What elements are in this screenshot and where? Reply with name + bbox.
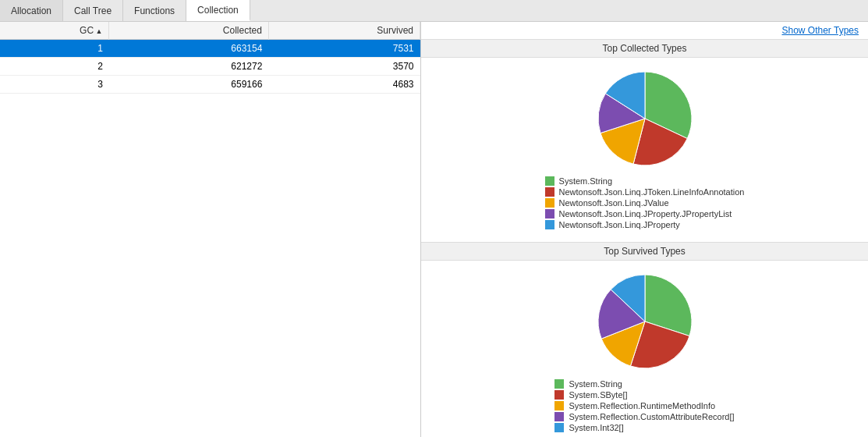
col-collected[interactable]: Collected bbox=[109, 22, 268, 40]
legend-item: System.String bbox=[554, 379, 734, 389]
top-collected-legend: System.StringNewtonsoft.Json.Linq.JToken… bbox=[530, 173, 760, 236]
tab-functions[interactable]: Functions bbox=[123, 0, 186, 21]
tab-call-tree[interactable]: Call Tree bbox=[63, 0, 123, 21]
legend-label: System.String bbox=[559, 176, 612, 186]
legend-color-swatch bbox=[545, 198, 554, 208]
legend-label: Newtonsoft.Json.Linq.JToken.LineInfoAnno… bbox=[559, 187, 745, 197]
legend-label: System.String bbox=[569, 379, 622, 389]
top-survived-pie bbox=[590, 267, 700, 376]
left-panel: GC Collected Survived 166315475312621272… bbox=[0, 22, 421, 437]
legend-color-swatch bbox=[545, 209, 554, 218]
cell-collected: 659166 bbox=[109, 76, 268, 94]
main-content: GC Collected Survived 166315475312621272… bbox=[0, 22, 868, 437]
cell-survived: 3570 bbox=[268, 58, 420, 76]
legend-item: System.Int32[] bbox=[554, 423, 734, 432]
top-collected-section: Top Collected Types System.StringNewtons… bbox=[421, 39, 868, 236]
legend-item: System.Reflection.CustomAttributeRecord[… bbox=[554, 412, 734, 421]
table-row[interactable]: 26212723570 bbox=[0, 58, 420, 76]
legend-item: Newtonsoft.Json.Linq.JProperty.JProperty… bbox=[545, 209, 745, 218]
cell-gc: 1 bbox=[0, 40, 109, 58]
top-survived-legend: System.StringSystem.SByte[]System.Reflec… bbox=[539, 376, 749, 437]
tab-collection[interactable]: Collection bbox=[186, 0, 250, 21]
cell-gc: 3 bbox=[0, 76, 109, 94]
cell-survived: 7531 bbox=[268, 40, 420, 58]
legend-item: Newtonsoft.Json.Linq.JToken.LineInfoAnno… bbox=[545, 187, 745, 197]
legend-color-swatch bbox=[554, 379, 564, 389]
legend-label: Newtonsoft.Json.Linq.JProperty.JProperty… bbox=[559, 209, 732, 218]
legend-color-swatch bbox=[554, 401, 564, 410]
legend-color-swatch bbox=[545, 176, 554, 186]
cell-survived: 4683 bbox=[268, 76, 420, 94]
legend-item: System.String bbox=[545, 176, 745, 186]
show-other-types-button[interactable]: Show Other Types bbox=[421, 22, 868, 39]
top-collected-pie bbox=[590, 64, 700, 173]
legend-item: System.SByte[] bbox=[554, 390, 734, 400]
legend-label: Newtonsoft.Json.Linq.JProperty bbox=[559, 220, 680, 229]
table-header-row: GC Collected Survived bbox=[0, 22, 420, 40]
top-collected-title: Top Collected Types bbox=[421, 39, 868, 58]
col-gc[interactable]: GC bbox=[0, 22, 109, 40]
legend-item: System.Reflection.RuntimeMethodInfo bbox=[554, 401, 734, 410]
cell-collected: 621272 bbox=[109, 58, 268, 76]
legend-label: System.SByte[] bbox=[569, 390, 627, 400]
legend-label: System.Int32[] bbox=[569, 423, 623, 432]
tab-allocation[interactable]: Allocation bbox=[0, 0, 63, 21]
table-row[interactable]: 16631547531 bbox=[0, 40, 420, 58]
legend-item: Newtonsoft.Json.Linq.JValue bbox=[545, 198, 745, 208]
legend-label: Newtonsoft.Json.Linq.JValue bbox=[559, 198, 669, 208]
top-survived-title: Top Survived Types bbox=[421, 242, 868, 261]
top-survived-section: Top Survived Types System.StringSystem.S… bbox=[421, 242, 868, 437]
cell-gc: 2 bbox=[0, 58, 109, 76]
legend-label: System.Reflection.CustomAttributeRecord[… bbox=[569, 412, 734, 421]
tab-bar: Allocation Call Tree Functions Collectio… bbox=[0, 0, 868, 22]
legend-item: Newtonsoft.Json.Linq.JProperty bbox=[545, 220, 745, 229]
right-panel: Show Other Types Top Collected Types Sys… bbox=[421, 22, 868, 437]
legend-color-swatch bbox=[545, 220, 554, 229]
cell-collected: 663154 bbox=[109, 40, 268, 58]
gc-table: GC Collected Survived 166315475312621272… bbox=[0, 22, 420, 94]
legend-color-swatch bbox=[554, 390, 564, 400]
table-row[interactable]: 36591664683 bbox=[0, 76, 420, 94]
legend-label: System.Reflection.RuntimeMethodInfo bbox=[569, 401, 715, 410]
legend-color-swatch bbox=[554, 412, 564, 421]
col-survived[interactable]: Survived bbox=[268, 22, 420, 40]
legend-color-swatch bbox=[554, 423, 564, 432]
legend-color-swatch bbox=[545, 187, 554, 197]
